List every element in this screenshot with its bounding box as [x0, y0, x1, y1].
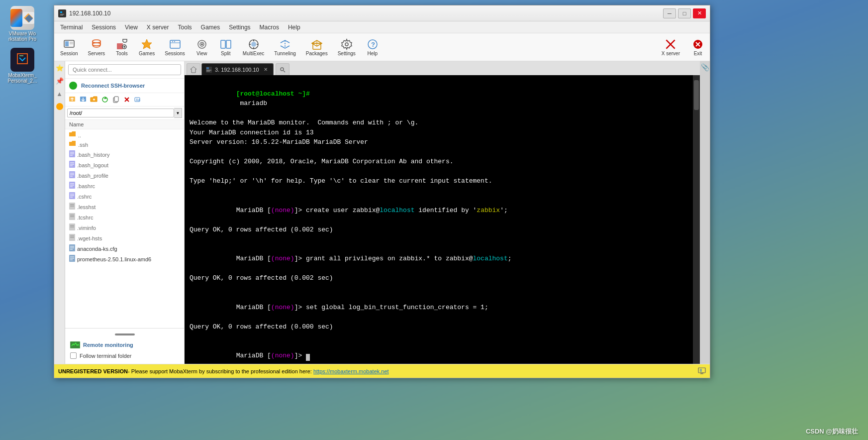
toolbar: Session Servers [54, 33, 710, 61]
sidebar-bottom: Remote monitoring Follow terminal folder [65, 328, 184, 364]
tunneling-label: Tunneling [274, 51, 296, 56]
file-item-wget-hsts[interactable]: .wget-hsts [65, 233, 184, 243]
file-upload-btn[interactable] [67, 95, 77, 105]
minimize-button[interactable]: ─ [663, 8, 676, 18]
file-delete-btn[interactable] [122, 95, 132, 105]
svg-point-24 [174, 41, 175, 42]
file-icon [69, 192, 75, 201]
toolbar-split[interactable]: Split [215, 37, 237, 58]
menu-settings[interactable]: Settings [225, 23, 254, 32]
tab-close-button[interactable]: ✕ [262, 66, 269, 73]
menu-games[interactable]: Games [197, 23, 224, 32]
file-name-lesshst: .lesshst [77, 204, 96, 210]
file-item-prometheus[interactable]: prometheus-2.50.1.linux-amd6 [65, 254, 184, 264]
file-item-lesshst[interactable]: .lesshst [65, 202, 184, 212]
xserver-label: X server [662, 51, 680, 56]
menu-macros[interactable]: Macros [256, 23, 283, 32]
maximize-button[interactable]: □ [678, 8, 691, 18]
file-icon [69, 234, 75, 242]
file-rename-btn[interactable]: Aa [133, 95, 143, 105]
quick-connect-input[interactable] [68, 64, 181, 75]
file-item-bashrc[interactable]: .bashrc [65, 181, 184, 191]
file-name-dotdot: .. [78, 132, 81, 138]
toolbar-help[interactable]: ? Help [362, 37, 384, 58]
terminal-scrollbar[interactable] [693, 75, 700, 364]
toolbar-tools[interactable]: Tools [111, 37, 133, 58]
nav-star[interactable]: ⭐ [55, 63, 64, 72]
toolbar-multiexec[interactable]: MultiExec [239, 37, 268, 58]
svg-point-40 [345, 43, 348, 46]
file-item-bash-logout[interactable]: .bash_logout [65, 160, 184, 170]
toolbar-servers[interactable]: Servers [84, 37, 109, 58]
nav-pin[interactable]: 📌 [55, 76, 64, 85]
remote-monitoring-button[interactable]: Remote monitoring [68, 339, 181, 350]
menu-xserver[interactable]: X server [143, 23, 173, 32]
vmware-icon[interactable]: VMware Wo rkstation Pro [2, 4, 43, 44]
file-item-dotdot[interactable]: .. [65, 130, 184, 140]
split-icon [220, 38, 232, 50]
menu-help[interactable]: Help [284, 23, 304, 32]
toolbar-tunneling[interactable]: Tunneling [270, 37, 300, 58]
tab-search-button[interactable] [276, 63, 289, 75]
file-copy-btn[interactable] [111, 95, 121, 105]
status-right-icon [698, 367, 706, 375]
tab-home-button[interactable] [187, 63, 200, 75]
file-download-btn[interactable] [78, 95, 88, 105]
toolbar-settings[interactable]: Settings [334, 37, 360, 58]
file-name-bash-history: .bash_history [77, 152, 109, 158]
file-item-viminfo[interactable]: .viminfo [65, 222, 184, 233]
scrollbar-thumb[interactable] [694, 80, 699, 110]
svg-point-107 [281, 68, 284, 71]
terminal-row: [root@localhost ~]# mariadb Welcome to t… [185, 75, 700, 364]
reconnect-button[interactable]: Reconnect SSH-browser [65, 79, 184, 93]
path-dropdown[interactable]: ▼ [174, 108, 182, 118]
file-item-ssh[interactable]: .ssh [65, 140, 184, 149]
menu-tools[interactable]: Tools [174, 23, 196, 32]
mobaxterm-icon[interactable]: MobaXterm_ Personal_2... [2, 46, 43, 86]
session-icon [63, 38, 75, 50]
file-new-folder-btn[interactable] [89, 95, 99, 105]
menu-sessions[interactable]: Sessions [88, 23, 120, 32]
toolbar-session[interactable]: Session [56, 37, 82, 58]
path-input[interactable] [67, 109, 174, 117]
tools-icon [116, 38, 128, 50]
file-item-tcshrc[interactable]: .tcshrc [65, 212, 184, 222]
menu-view[interactable]: View [121, 23, 142, 32]
follow-folder-checkbox[interactable] [70, 352, 77, 359]
attach-icon[interactable]: 📎 [701, 63, 709, 71]
file-item-cshrc[interactable]: .cshrc [65, 191, 184, 202]
status-link[interactable]: https://mobaxterm.mobatek.net [313, 368, 389, 374]
svg-rect-4 [59, 10, 65, 16]
tab-ssh-session[interactable]: 3. 192.168.100.10 ✕ [201, 63, 274, 75]
menu-terminal[interactable]: Terminal [56, 23, 87, 32]
mobaxterm-icon-image [10, 48, 34, 72]
title-bar-buttons: ─ □ ✕ [663, 8, 706, 18]
file-icon [69, 203, 75, 211]
file-item-anaconda[interactable]: anaconda-ks.cfg [65, 243, 184, 254]
title-bar-icon [58, 9, 66, 17]
toolbar-sessions[interactable]: Sessions [161, 37, 189, 58]
view-icon [196, 38, 208, 50]
toolbar-right: X server Exit [656, 37, 708, 58]
file-icon [69, 244, 75, 253]
file-item-bash-history[interactable]: .bash_history [65, 149, 184, 160]
svg-rect-21 [170, 40, 180, 48]
file-item-bash-profile[interactable]: .bash_profile [65, 170, 184, 181]
nav-arrow-up[interactable]: ▲ [55, 89, 64, 98]
toolbar-games[interactable]: Games [135, 37, 159, 58]
toolbar-packages[interactable]: Packages [302, 37, 332, 58]
svg-rect-5 [60, 11, 62, 13]
svg-point-54 [102, 97, 107, 102]
file-refresh-btn[interactable] [100, 95, 110, 105]
exit-button[interactable]: Exit [688, 37, 708, 58]
close-button[interactable]: ✕ [693, 8, 706, 18]
toolbar-view[interactable]: View [191, 37, 213, 58]
terminal-content[interactable]: [root@localhost ~]# mariadb Welcome to t… [185, 75, 693, 364]
svg-rect-29 [226, 40, 231, 48]
help-label: Help [368, 51, 378, 56]
xserver-button[interactable]: X server [656, 37, 686, 58]
svg-rect-28 [221, 40, 225, 48]
view-label: View [196, 51, 207, 56]
tunneling-icon [279, 38, 291, 50]
nav-circle[interactable] [55, 102, 64, 111]
